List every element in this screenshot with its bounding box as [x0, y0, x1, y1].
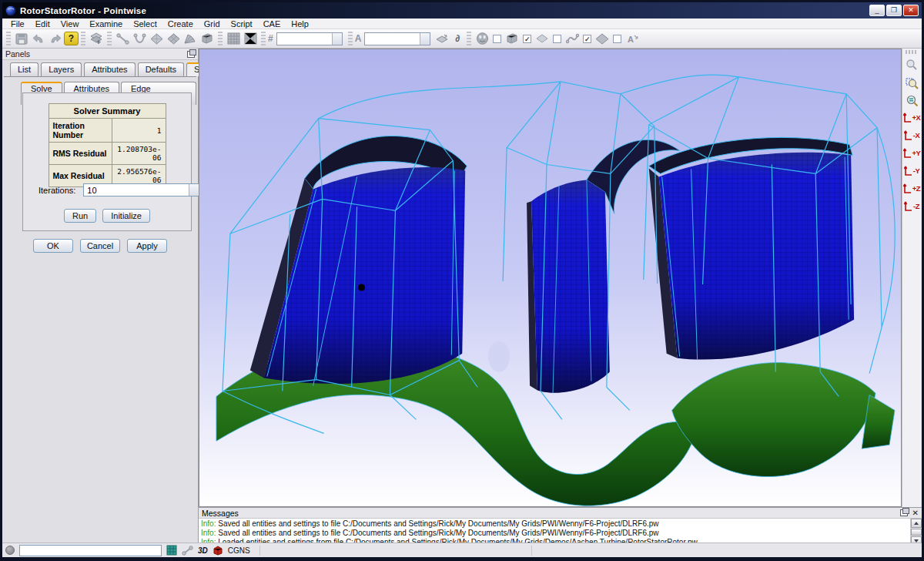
tab-attributes[interactable]: Attributes — [84, 62, 135, 76]
show-domains-checkbox[interactable]: ✓ — [523, 35, 531, 43]
scroll-up-icon[interactable] — [911, 519, 922, 528]
menu-examine[interactable]: Examine — [84, 19, 128, 29]
panel-tab-row: List Layers Attributes Defaults Solve — [2, 60, 198, 76]
tab-defaults[interactable]: Defaults — [138, 62, 184, 76]
apply-button[interactable]: Apply — [127, 239, 167, 253]
solver-summary-table: Solver Summary Iteration Number 1 RMS Re… — [49, 103, 166, 187]
dimension-combobox[interactable] — [276, 32, 343, 45]
create-block-icon[interactable] — [199, 31, 216, 47]
cancel-button[interactable]: Cancel — [80, 239, 120, 253]
create-unstructured-domain-icon[interactable] — [165, 31, 182, 47]
show-connectors-checkbox[interactable] — [553, 35, 561, 43]
menu-grid[interactable]: Grid — [199, 19, 226, 29]
close-messages-icon[interactable]: ✕ — [912, 509, 919, 517]
toolbar-drag-handle[interactable] — [348, 32, 353, 45]
title-bar: RotorStatorRotor - Pointwise _ ❐ ✕ — [2, 2, 922, 18]
partial-derivative-icon[interactable]: ∂ — [455, 33, 460, 44]
spacing-icon: A — [355, 33, 362, 44]
view-minus-x-button[interactable]: -X — [902, 127, 921, 143]
dimension-dropdown-icon[interactable] — [332, 33, 342, 45]
message-line: Info: Saved all entities and settings to… — [201, 519, 910, 529]
toolbar-drag-handle[interactable] — [261, 32, 266, 45]
spacings-toggle-icon[interactable]: A — [624, 31, 641, 47]
float-messages-icon[interactable] — [900, 509, 908, 516]
status-indicator-icon — [5, 546, 15, 555]
rms-residual-value: 1.208703e-06 — [112, 143, 166, 165]
scroll-thumb[interactable] — [911, 529, 922, 536]
tab-layers[interactable]: Layers — [41, 62, 82, 76]
domains-toggle-icon[interactable] — [534, 31, 551, 47]
pointwise-logo-icon — [5, 5, 16, 16]
view-minus-y-button[interactable]: -Y — [902, 163, 921, 179]
project-icon[interactable] — [434, 31, 450, 47]
database-toggle-icon[interactable] — [594, 31, 611, 47]
menu-script[interactable]: Script — [226, 19, 258, 29]
status-input[interactable] — [19, 545, 162, 556]
main-toolbar: ? # — [2, 29, 922, 49]
menu-create[interactable]: Create — [162, 19, 199, 29]
tab-list[interactable]: List — [10, 62, 38, 76]
ok-button[interactable]: OK — [33, 239, 73, 253]
help-icon[interactable]: ? — [64, 32, 79, 45]
iteration-number-label: Iteration Number — [49, 119, 112, 143]
grid-mode-icon[interactable] — [166, 545, 177, 556]
zoom-to-fit-icon[interactable] — [903, 74, 920, 91]
spacing-combobox[interactable] — [364, 32, 430, 45]
toolbar-drag-handle[interactable] — [906, 50, 918, 54]
initialize-button[interactable]: Initialize — [102, 209, 150, 223]
save-icon[interactable] — [13, 31, 30, 47]
extrude-icon[interactable] — [182, 31, 199, 47]
zoom-reset-icon[interactable] — [903, 92, 920, 109]
mask-icon[interactable] — [474, 31, 490, 47]
unstructured-grid-icon[interactable] — [242, 31, 259, 47]
view-plus-x-button[interactable]: +X — [902, 109, 921, 126]
minimize-button[interactable]: _ — [869, 5, 885, 16]
table-row: Iteration Number 1 — [49, 119, 166, 143]
view-plus-z-button[interactable]: +Z — [902, 180, 921, 197]
zoom-icon[interactable] — [903, 56, 920, 73]
structured-grid-icon[interactable] — [225, 31, 242, 47]
layer-add-icon[interactable] — [88, 31, 105, 47]
close-button[interactable]: ✕ — [903, 5, 919, 16]
rms-residual-label: RMS Residual — [49, 143, 112, 165]
create-curve-icon[interactable] — [131, 31, 148, 47]
toolbar-drag-handle[interactable] — [107, 32, 112, 45]
help-glyph: ? — [69, 33, 74, 44]
connectors-toggle-icon[interactable] — [564, 31, 581, 47]
toolbar-drag-handle[interactable] — [81, 32, 85, 45]
create-domain-icon[interactable] — [148, 31, 165, 47]
dialog-buttons-row: OK Cancel Apply — [2, 239, 198, 253]
show-blocks-checkbox[interactable] — [493, 35, 501, 43]
main-area: Panels List Layers Attributes Defaults S… — [2, 49, 922, 543]
spacing-dropdown-icon[interactable] — [420, 33, 430, 45]
show-database-checkbox[interactable]: ✓ — [583, 35, 591, 43]
menu-select[interactable]: Select — [128, 19, 162, 29]
toolbar-drag-handle[interactable] — [218, 32, 223, 45]
toolbar-drag-handle[interactable] — [6, 32, 11, 45]
view-plus-y-button[interactable]: +Y — [902, 145, 921, 161]
menu-edit[interactable]: Edit — [30, 19, 55, 29]
view-minus-z-button[interactable]: -Z — [902, 198, 921, 214]
toolbar-drag-handle[interactable] — [467, 32, 471, 45]
undo-icon[interactable] — [30, 31, 47, 47]
iterations-dropdown-icon[interactable] — [189, 184, 199, 196]
run-button[interactable]: Run — [64, 209, 96, 223]
view-row: +X -X +Y -Y — [199, 49, 922, 507]
restore-button[interactable]: ❐ — [886, 5, 902, 16]
show-spacings-checkbox[interactable] — [613, 35, 621, 43]
create-connector-icon[interactable] — [114, 31, 131, 47]
blocks-toggle-icon[interactable] — [504, 31, 521, 47]
menu-bar: File Edit View Examine Select Create Gri… — [2, 18, 922, 29]
iterations-combobox[interactable]: 10 — [83, 183, 200, 197]
menu-view[interactable]: View — [55, 19, 85, 29]
panels-header: Panels — [2, 49, 198, 60]
menu-cae[interactable]: CAE — [258, 19, 286, 29]
menu-help[interactable]: Help — [286, 19, 314, 29]
3d-viewport[interactable] — [199, 49, 902, 507]
connector-status-icon[interactable] — [182, 546, 193, 556]
redo-icon[interactable] — [47, 31, 64, 47]
menu-file[interactable]: File — [5, 19, 30, 29]
message-line: Info: Saved all entities and settings to… — [201, 529, 910, 538]
float-panel-icon[interactable] — [187, 51, 195, 58]
iterations-row: Iterations: 10 — [38, 183, 200, 197]
